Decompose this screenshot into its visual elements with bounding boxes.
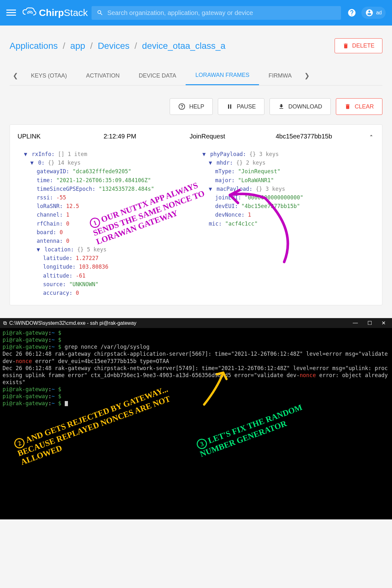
frame-deveui: 4bc15ee7377bb15b [276, 133, 362, 140]
pause-button[interactable]: PAUSE [218, 98, 264, 115]
toolbar: HELP PAUSE DOWNLOAD CLEAR [10, 98, 382, 115]
toggle-icon[interactable]: ▼ [209, 186, 212, 192]
tab-lorawan-frames[interactable]: LORAWAN FRAMES [186, 66, 259, 85]
cmd-icon: ⧉ [3, 320, 7, 326]
terminal-body[interactable]: pi@rak-gateway:~ $ pi@rak-gateway:~ $ pi… [0, 328, 392, 519]
maximize-icon[interactable]: ☐ [367, 320, 372, 326]
pause-icon [226, 103, 233, 110]
breadcrumb-applications[interactable]: Applications [10, 41, 58, 51]
trash-icon [343, 43, 349, 49]
tabs: ❮ KEYS (OTAA) ACTIVATION DEVICE DATA LOR… [10, 66, 382, 86]
tab-activation[interactable]: ACTIVATION [77, 67, 129, 85]
tab-keys[interactable]: KEYS (OTAA) [21, 67, 77, 85]
user-menu[interactable]: ad [361, 7, 386, 19]
breadcrumb-app[interactable]: app [70, 41, 85, 51]
terminal-titlebar: ⧉ C:\WINDOWS\system32\cmd.exe - ssh pi@r… [0, 318, 392, 328]
breadcrumb-devices[interactable]: Devices [98, 41, 129, 51]
download-button[interactable]: DOWNLOAD [270, 98, 331, 115]
search-box[interactable] [92, 6, 341, 20]
terminal-title: C:\WINDOWS\system32\cmd.exe - ssh pi@rak… [9, 320, 353, 326]
breadcrumb-device[interactable]: device_otaa_class_a [142, 41, 226, 51]
logo-text-light: Stack [64, 7, 88, 18]
help-button[interactable]: HELP [170, 98, 213, 115]
chevron-up-icon[interactable] [362, 132, 374, 140]
logo-text-bold: Chirp [39, 7, 64, 18]
toggle-icon[interactable]: ▼ [37, 246, 40, 253]
tab-device-data[interactable]: DEVICE DATA [129, 67, 186, 85]
trash-icon [344, 103, 351, 110]
cloud-icon [22, 7, 36, 19]
toggle-icon[interactable]: ▼ [203, 151, 206, 157]
minimize-icon[interactable]: — [353, 320, 358, 326]
app-header: ChirpStack ad [0, 0, 392, 26]
question-icon [178, 103, 185, 110]
tab-scroll-left[interactable]: ❮ [10, 72, 21, 79]
phypayload-tree: ▼ phyPayload: {} 3 keys ▼ mhdr: {} 2 key… [196, 150, 375, 297]
toggle-icon[interactable]: ▼ [24, 151, 27, 157]
search-icon [97, 9, 103, 16]
download-icon [278, 103, 285, 110]
menu-icon[interactable] [6, 8, 16, 18]
user-icon [365, 9, 374, 17]
terminal-window: ⧉ C:\WINDOWS\system32\cmd.exe - ssh pi@r… [0, 318, 392, 519]
frame-direction: UPLINK [18, 133, 104, 140]
tab-scroll-right[interactable]: ❯ [301, 72, 313, 79]
user-label: ad [376, 10, 382, 16]
frame-time: 2:12:49 PM [104, 133, 190, 140]
search-input[interactable] [107, 9, 336, 17]
toggle-icon[interactable]: ▼ [30, 160, 33, 166]
frame-type: JoinRequest [190, 133, 276, 140]
toggle-icon[interactable]: ▼ [209, 160, 212, 166]
svg-point-1 [182, 108, 182, 108]
help-icon[interactable] [347, 8, 356, 17]
rxinfo-tree: ▼ rxInfo: [] 1 item ▼ 0: {} 14 keys gate… [18, 150, 196, 297]
clear-button[interactable]: CLEAR [336, 98, 382, 115]
delete-button[interactable]: DELETE [335, 38, 382, 53]
frame-header[interactable]: UPLINK 2:12:49 PM JoinRequest 4bc15ee737… [18, 132, 374, 140]
frame-panel: UPLINK 2:12:49 PM JoinRequest 4bc15ee737… [10, 124, 382, 305]
close-icon[interactable]: ✕ [381, 320, 386, 326]
logo[interactable]: ChirpStack [22, 7, 88, 19]
breadcrumb: Applications / app / Devices / device_ot… [10, 41, 226, 51]
tab-firmware[interactable]: FIRMWA [259, 67, 301, 85]
